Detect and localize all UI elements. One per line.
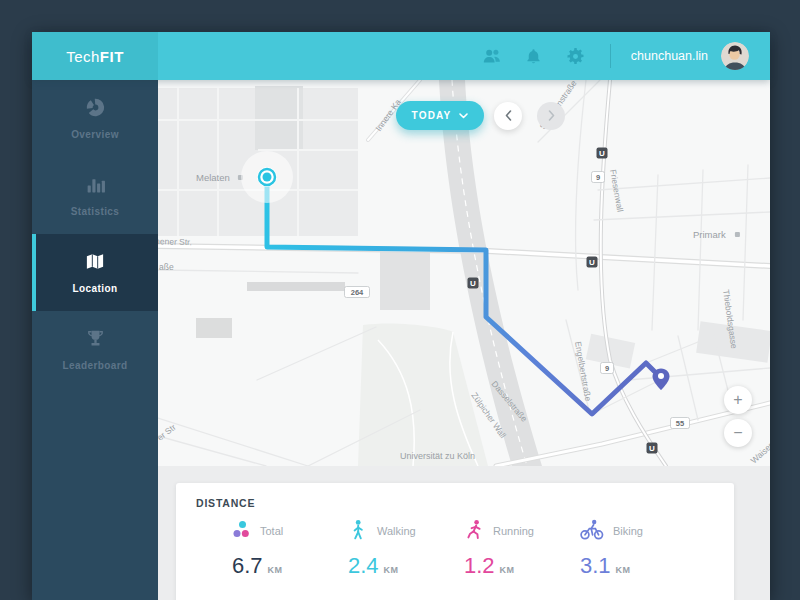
trophy-icon [85, 328, 106, 353]
map-badge: U [597, 148, 608, 159]
svg-text:9: 9 [605, 364, 609, 373]
metric-label: Biking [613, 525, 643, 537]
distance-card: DISTANCE Total 6.7 KM [176, 483, 734, 600]
metric-number: 6.7 [232, 553, 263, 579]
biking-icon [580, 519, 604, 544]
metric-unit: KM [500, 565, 515, 575]
svg-text:9: 9 [596, 173, 600, 182]
users-icon[interactable] [482, 46, 502, 66]
username[interactable]: chunchuan.lin [631, 49, 708, 63]
map-place-label: Universität zu Köln [400, 451, 475, 461]
map-canvas[interactable]: U9UU264955U Melatenhener Str.aßeInnere K… [158, 80, 770, 466]
map-place-label: aße [159, 262, 174, 272]
metric-total: Total 6.7 KM [232, 520, 348, 579]
prev-day-button[interactable] [494, 102, 522, 130]
metric-biking: Biking 3.1 KM [580, 520, 696, 579]
brand-logo: TechFIT [32, 32, 158, 80]
top-header: TechFIT chunchuan.lin [32, 32, 770, 80]
svg-text:U: U [589, 258, 595, 267]
map-badge: U [647, 443, 658, 454]
distance-metrics: Total 6.7 KM Walking 2.4 [196, 520, 734, 579]
map-place-label: Primark [693, 229, 726, 240]
metric-unit: KM [268, 565, 283, 575]
map-badge: 264 [345, 287, 370, 298]
metric-value: 3.1 KM [580, 553, 631, 579]
distance-title: DISTANCE [196, 497, 734, 509]
metric-value: 1.2 KM [464, 553, 515, 579]
metric-label: Total [260, 525, 283, 537]
metric-label: Walking [377, 525, 416, 537]
date-selector-label: TODAY [412, 110, 452, 121]
total-dots-icon [232, 520, 251, 543]
svg-text:U: U [599, 149, 605, 158]
svg-text:U: U [649, 444, 655, 453]
metric-walking: Walking 2.4 KM [348, 520, 464, 579]
metric-unit: KM [616, 565, 631, 575]
route-start-marker [241, 151, 293, 203]
sidebar-item-leaderboard[interactable]: Leaderboard [32, 311, 158, 388]
sidebar-item-label: Location [73, 283, 118, 294]
svg-text:U: U [470, 279, 476, 288]
sidebar-item-location[interactable]: Location [32, 234, 158, 311]
map-badge: 9 [601, 363, 614, 374]
map-badge: 9 [592, 172, 605, 183]
zoom-in-button[interactable]: + [724, 386, 752, 414]
chevron-left-icon [505, 109, 512, 124]
running-icon [464, 519, 484, 544]
zoom-out-button[interactable]: − [724, 419, 752, 447]
metric-unit: KM [384, 565, 399, 575]
svg-text:264: 264 [351, 288, 364, 297]
metric-value: 6.7 KM [232, 553, 283, 579]
walking-icon [348, 519, 368, 544]
metric-number: 3.1 [580, 553, 611, 579]
chevron-down-icon [459, 110, 468, 121]
map-place-label: Melaten [196, 172, 230, 183]
map-place-label: hener Str. [158, 236, 192, 247]
avatar[interactable] [721, 42, 749, 70]
next-day-button[interactable] [537, 102, 565, 130]
map-icon [84, 251, 106, 276]
brand-logo-light: Tech [66, 48, 100, 65]
sidebar-item-statistics[interactable]: Statistics [32, 157, 158, 234]
map-zoom-controls: + − [724, 386, 752, 447]
app-window: TechFIT chunchuan.lin Overview [32, 32, 770, 600]
metric-running: Running 1.2 KM [464, 520, 580, 579]
metric-value: 2.4 KM [348, 553, 399, 579]
chevron-right-icon [548, 109, 555, 124]
header-divider [610, 44, 611, 68]
sidebar: Overview Statistics Location Leaderboard [32, 80, 158, 600]
date-selector-button[interactable]: TODAY [396, 101, 484, 130]
sidebar-item-label: Statistics [71, 206, 119, 217]
sidebar-item-label: Leaderboard [63, 360, 128, 371]
metric-number: 1.2 [464, 553, 495, 579]
bottom-panel: DISTANCE Total 6.7 KM [158, 466, 770, 600]
map-badge: U [587, 257, 598, 268]
brand-logo-bold: FIT [100, 48, 124, 65]
map-badge: U [468, 278, 479, 289]
metric-label: Running [493, 525, 534, 537]
map-badge: 55 [671, 418, 690, 429]
pie-chart-icon [85, 97, 106, 122]
metric-number: 2.4 [348, 553, 379, 579]
gear-icon[interactable] [566, 46, 586, 66]
bell-icon[interactable] [524, 46, 544, 66]
svg-text:55: 55 [676, 419, 684, 428]
sidebar-item-overview[interactable]: Overview [32, 80, 158, 157]
sidebar-item-label: Overview [71, 129, 119, 140]
bar-chart-icon [85, 174, 106, 199]
header-actions: chunchuan.lin [460, 42, 770, 70]
map-area: U9UU264955U Melatenhener Str.aßeInnere K… [158, 80, 770, 466]
